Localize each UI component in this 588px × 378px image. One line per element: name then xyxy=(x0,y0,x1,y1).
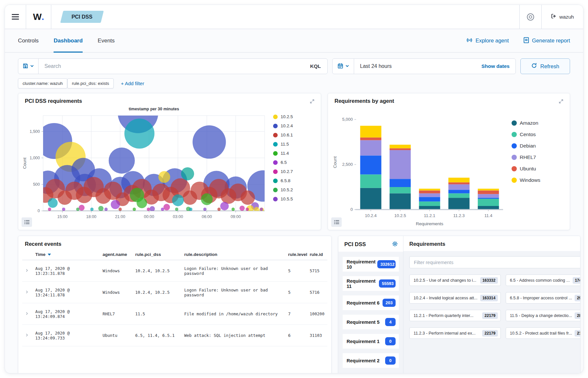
bubble-point xyxy=(183,190,197,205)
legend-item[interactable]: 10.2.4 xyxy=(273,123,293,128)
table-row: Aug 17, 2020 @ 13:24:09.874RHEL711.5File… xyxy=(22,303,327,325)
cell-agent-name[interactable]: Windows xyxy=(100,282,133,303)
breadcrumb-pci-dss[interactable]: PCI DSS xyxy=(60,11,104,23)
requirement-chip[interactable]: 11.5 - Deploy a change detectio...28 xyxy=(506,310,580,321)
cell-rule-id[interactable]: 31103 xyxy=(307,325,327,346)
svg-text:0: 0 xyxy=(351,207,353,212)
bubble-point xyxy=(181,167,194,180)
legend-item[interactable]: 10.5.2 xyxy=(273,187,293,192)
chip-count-badge: 163314 xyxy=(480,295,498,301)
menu-icon[interactable] xyxy=(5,5,26,29)
legend-label: Centos xyxy=(520,132,536,137)
chip-count-badge: 174 xyxy=(573,277,580,284)
row-expand-chevron[interactable] xyxy=(22,260,33,282)
gear-icon[interactable] xyxy=(392,241,398,248)
requirement-label: Requirement 5 xyxy=(347,320,380,325)
row-expand-chevron[interactable] xyxy=(22,303,33,325)
column-header-rule-id[interactable]: rule.id xyxy=(307,249,327,260)
chip-count-badge: 21 xyxy=(575,330,580,337)
requirement-chip[interactable]: 6.5 - Address common coding ...174 xyxy=(506,275,580,286)
explore-agent-button[interactable]: Explore agent xyxy=(466,37,509,45)
cell-rule-id[interactable]: 100200 xyxy=(307,303,327,325)
legend-item[interactable]: 6.5 xyxy=(273,160,293,165)
refresh-button[interactable]: Refresh xyxy=(520,58,570,74)
bubble-point xyxy=(150,206,155,212)
requirement-label: Requirement 11 xyxy=(347,278,379,289)
legend-item[interactable]: 10.5.5 xyxy=(273,197,293,201)
tab-dashboard[interactable]: Dashboard xyxy=(54,29,83,52)
legend-item[interactable]: 6.5.8 xyxy=(273,178,293,183)
show-dates-link[interactable]: Show dates xyxy=(476,59,515,74)
cell-rule-id[interactable]: 5716 xyxy=(307,282,327,303)
date-range-value[interactable]: Last 24 hours xyxy=(354,59,476,74)
generate-report-button[interactable]: Generate report xyxy=(523,37,570,45)
requirement-chip[interactable]: 6.5.8 - Improper access control ...29 xyxy=(506,292,580,304)
column-header-rule-description[interactable]: rule.description xyxy=(182,249,286,260)
bubble-point xyxy=(240,190,255,205)
tab-controls[interactable]: Controls xyxy=(18,29,39,52)
legend-item[interactable]: Amazon xyxy=(512,120,540,126)
legend-item[interactable]: Ubuntu xyxy=(512,166,540,172)
calendar-button[interactable] xyxy=(333,59,354,74)
requirement-chip[interactable]: 10.2.5 - Use of and changes to i...16333… xyxy=(409,275,501,286)
legend-item[interactable]: 11.4 xyxy=(273,151,293,156)
expand-icon[interactable] xyxy=(309,98,316,106)
row-expand-chevron[interactable] xyxy=(22,325,33,346)
module-tabs: ControlsDashboardEvents Explore agent Ge… xyxy=(5,29,583,53)
search-input[interactable] xyxy=(39,59,303,74)
column-header-rule-level[interactable]: rule.level xyxy=(286,249,307,260)
filter-requirements-input[interactable] xyxy=(409,256,580,268)
pci-requirement-row[interactable]: Requirement 6203 xyxy=(343,295,399,310)
legend-item[interactable]: Centos xyxy=(512,132,540,137)
pci-requirement-row[interactable]: Requirement 10 xyxy=(343,334,399,349)
cell-agent-name[interactable]: Windows xyxy=(100,260,133,282)
y-axis-label: Count xyxy=(22,157,27,169)
filter-pill[interactable]: cluster.name: wazuh xyxy=(18,78,67,88)
bar-segment xyxy=(360,137,382,140)
requirement-chip[interactable]: 10.5.2 - Protect audit trail files fr...… xyxy=(506,327,580,339)
legend-item[interactable]: 11.5 xyxy=(273,142,293,147)
logout-button[interactable]: wazuh xyxy=(542,5,583,29)
navbar-spacer xyxy=(102,5,519,29)
bubble-point xyxy=(254,207,259,212)
cell-agent-name[interactable]: RHEL7 xyxy=(100,303,133,325)
bar-segment xyxy=(390,193,411,210)
saved-queries-button[interactable] xyxy=(18,59,39,74)
health-ring-icon[interactable] xyxy=(520,5,541,29)
legend-item[interactable]: RHEL7 xyxy=(512,154,540,160)
svg-text:03:00: 03:00 xyxy=(173,214,183,219)
pci-requirement-row[interactable]: Requirement 20 xyxy=(343,353,399,368)
row-expand-chevron[interactable] xyxy=(22,282,33,303)
bubble-point xyxy=(90,208,93,211)
chart-options-list-icon[interactable] xyxy=(22,217,32,227)
filter-pill[interactable]: rule.pci_dss: exists xyxy=(67,78,114,88)
requirement-chip[interactable]: 10.2.4 - Invalid logical access att...16… xyxy=(409,292,501,304)
kql-toggle[interactable]: KQL xyxy=(303,59,327,74)
wazuh-logo[interactable]: W. xyxy=(26,5,51,29)
legend-item[interactable]: 10.2.5 xyxy=(273,114,293,119)
expand-icon[interactable] xyxy=(558,98,564,106)
table-row: Aug 17, 2020 @ 13:24:09.733Ubuntu6.5, 11… xyxy=(22,325,327,346)
chart-options-list-icon[interactable] xyxy=(331,217,342,227)
legend-item[interactable]: Debian xyxy=(512,143,540,149)
column-header-rule-pci_dss[interactable]: rule.pci_dss xyxy=(133,249,182,260)
cell-rule-id[interactable]: 5715 xyxy=(307,260,327,282)
panel-requirements-by-agent: Requirements by agent 02,5005,00010.2.41… xyxy=(328,93,570,230)
bar-segment xyxy=(390,145,411,148)
cell-agent-name[interactable]: Ubuntu xyxy=(100,325,133,346)
requirement-chip[interactable]: 11.2.3 - Perform internal and ex...22179 xyxy=(409,327,501,339)
chip-label: 6.5.8 - Improper access control ... xyxy=(510,295,572,300)
column-header-time[interactable]: Time xyxy=(33,249,100,260)
pci-requirement-row[interactable]: Requirement 10332612 xyxy=(343,257,399,272)
pci-requirement-row[interactable]: Requirement 1155593 xyxy=(343,276,399,291)
pci-requirement-row[interactable]: Requirement 54 xyxy=(343,315,399,329)
add-filter-link[interactable]: + Add filter xyxy=(121,81,144,86)
legend-item[interactable]: 10.6.1 xyxy=(273,133,293,137)
requirement-chip[interactable]: 11.2.1 - Perform quarterly inter...22179 xyxy=(409,310,501,321)
tab-events[interactable]: Events xyxy=(98,29,115,52)
legend-item[interactable]: 10.2.7 xyxy=(273,169,293,174)
legend-label: 6.5 xyxy=(281,160,287,165)
column-header-agent-name[interactable]: agent.name xyxy=(100,249,133,260)
legend-item[interactable]: Windows xyxy=(512,177,540,183)
bubble-point xyxy=(175,208,178,211)
